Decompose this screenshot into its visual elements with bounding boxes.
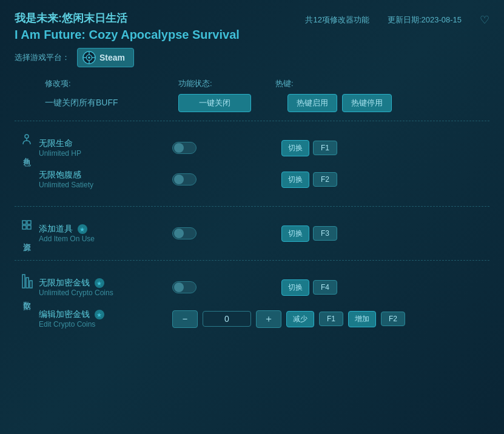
mod-name-group-item: 添加道具 ★ Add Item On Use (39, 224, 172, 243)
divider-1 (15, 121, 489, 121)
svg-rect-12 (27, 225, 31, 229)
mod-row-unlimited-satiety: 无限饱腹感 Unlimited Satiety 切换 F2 (39, 164, 489, 195)
mod-name-cn-satiety: 无限饱腹感 (39, 170, 172, 181)
hotkey-disable-button[interactable]: 热键停用 (342, 94, 392, 112)
star-badge-crypto: ★ (95, 278, 104, 288)
svg-point-7 (25, 135, 29, 138)
col-hotkey: 热键: (275, 78, 397, 89)
section-resources: 资源 添加道具 ★ Add Item On Use 切换 F3 (15, 213, 489, 254)
section-data: 数据 无限加密金钱 ★ Unlimited Crypto Coins 切换 F4 (15, 267, 489, 339)
edit-row-crypto: 编辑加密金钱 ★ Edit Crypto Coins － ＋ 减少 F1 增加 … (39, 303, 489, 335)
toggle-area-crypto (172, 281, 245, 293)
resources-mods: 添加道具 ★ Add Item On Use 切换 F3 (39, 213, 489, 254)
steam-logo-icon (82, 51, 96, 64)
svg-rect-10 (27, 221, 31, 224)
toggle-item[interactable] (172, 227, 197, 239)
mod-row-unlimited-crypto: 无限加密金钱 ★ Unlimited Crypto Coins 切换 F4 (39, 272, 489, 303)
decrease-btn-crypto[interactable]: － (172, 310, 198, 328)
toggle-area-satiety (172, 173, 245, 185)
hk-toggle-btn-crypto[interactable]: 切换 (281, 279, 309, 296)
decrease-hotkey-label[interactable]: 减少 (286, 311, 314, 327)
star-badge-edit-crypto: ★ (95, 310, 104, 319)
sidebar-resources: 资源 (15, 213, 39, 254)
svg-rect-14 (26, 278, 29, 288)
hk-toggle-btn-satiety[interactable]: 切换 (281, 172, 309, 188)
mod-name-en-satiety: Unlimited Satiety (39, 181, 172, 189)
mod-name-cn-crypto: 无限加密金钱 ★ (39, 278, 172, 289)
hk-key-hp[interactable]: F1 (313, 141, 337, 155)
all-buff-button[interactable]: 一键关闭 (178, 94, 251, 112)
hotkey-area-hp: 切换 F1 (281, 140, 337, 156)
hk-key-crypto[interactable]: F4 (313, 280, 337, 295)
col-mod: 修改项: (45, 78, 178, 89)
increase-hotkey-key[interactable]: F2 (381, 312, 405, 326)
col-status: 功能状态: (178, 78, 275, 89)
steam-button[interactable]: Steam (77, 48, 134, 67)
title-en: I Am Future: Cozy Apocalypse Survival (15, 28, 240, 42)
mod-name-en-hp: Unlimited HP (39, 149, 172, 158)
sidebar-label-data: 数据 (21, 295, 32, 298)
column-headers: 修改项: 功能状态: 热键: (15, 78, 489, 89)
mod-name-cn-item: 添加道具 ★ (39, 224, 172, 235)
data-mods: 无限加密金钱 ★ Unlimited Crypto Coins 切换 F4 (39, 267, 489, 339)
hk-key-satiety[interactable]: F2 (313, 172, 337, 187)
edit-name-cn-crypto: 编辑加密金钱 ★ (39, 309, 172, 320)
divider-3 (15, 260, 489, 261)
platform-label: 选择游戏平台： (15, 52, 70, 63)
hk-toggle-btn-hp[interactable]: 切换 (281, 140, 309, 156)
hk-key-item[interactable]: F3 (313, 226, 337, 241)
hotkey-area-item: 切换 F3 (281, 225, 337, 242)
app-container: 我是未来:悠闲末日生活 I Am Future: Cozy Apocalypse… (0, 0, 504, 434)
mod-name-group-hp: 无限生命 Unlimited HP (39, 138, 172, 158)
star-badge-item: ★ (78, 224, 87, 234)
heart-icon[interactable]: ♡ (480, 13, 489, 27)
sidebar-data: 数据 (15, 267, 39, 339)
mod-name-group-satiety: 无限饱腹感 Unlimited Satiety (39, 170, 172, 189)
title-cn: 我是未来:悠闲末日生活 (15, 11, 240, 25)
update-date: 更新日期:2023-08-15 (388, 15, 462, 25)
hotkey-area-crypto: 切换 F4 (281, 279, 337, 296)
svg-rect-13 (22, 275, 25, 288)
mod-row-add-item: 添加道具 ★ Add Item On Use 切换 F3 (39, 218, 489, 249)
value-input-crypto[interactable] (203, 311, 251, 327)
header-right: 共12项修改器功能 更新日期:2023-08-15 ♡ (305, 11, 489, 27)
increase-btn-crypto[interactable]: ＋ (256, 310, 281, 328)
svg-rect-9 (22, 221, 26, 224)
svg-rect-15 (30, 281, 32, 288)
toggle-crypto[interactable] (172, 281, 197, 293)
hotkey-enable-button[interactable]: 热键启用 (287, 94, 337, 112)
steam-label: Steam (99, 53, 125, 62)
platform-row: 选择游戏平台： Steam (15, 48, 489, 67)
edit-name-group-crypto: 编辑加密金钱 ★ Edit Crypto Coins (39, 309, 172, 329)
mod-name-en-crypto: Unlimited Crypto Coins (39, 289, 172, 297)
section-character: 角色 无限生命 Unlimited HP 切换 F1 无限饱腹 (15, 127, 489, 200)
hk-toggle-btn-item[interactable]: 切换 (281, 225, 309, 242)
all-buff-row: 一键关闭所有BUFF 一键关闭 热键启用 热键停用 (15, 94, 489, 112)
toggle-area-item (172, 227, 245, 239)
toggle-hp[interactable] (172, 142, 197, 154)
increase-hotkey-label[interactable]: 增加 (348, 311, 376, 327)
hotkey-area-satiety: 切换 F2 (281, 172, 337, 188)
svg-point-2 (88, 56, 90, 59)
toggle-area-hp (172, 142, 245, 154)
divider-2 (15, 206, 489, 207)
sidebar-label-resources: 资源 (21, 236, 32, 239)
edit-controls-crypto: － ＋ 减少 F1 增加 F2 (172, 310, 405, 328)
all-buff-hotkey-group: 热键启用 热键停用 (287, 94, 392, 112)
edit-name-en-crypto: Edit Crypto Coins (39, 320, 172, 329)
all-buff-label: 一键关闭所有BUFF (45, 98, 178, 109)
data-icon (21, 273, 33, 293)
character-icon (21, 133, 33, 149)
mod-name-en-item: Add Item On Use (39, 235, 172, 243)
decrease-hotkey-key[interactable]: F1 (319, 312, 343, 326)
mod-count: 共12项修改器功能 (305, 15, 369, 25)
header: 我是未来:悠闲末日生活 I Am Future: Cozy Apocalypse… (15, 11, 489, 42)
mod-name-group-crypto: 无限加密金钱 ★ Unlimited Crypto Coins (39, 278, 172, 297)
sidebar-character: 角色 (15, 127, 39, 200)
mod-row-unlimited-hp: 无限生命 Unlimited HP 切换 F1 (39, 132, 489, 164)
toggle-satiety[interactable] (172, 173, 197, 185)
mod-name-cn-hp: 无限生命 (39, 138, 172, 149)
sidebar-label-character: 角色 (21, 151, 32, 153)
header-left: 我是未来:悠闲末日生活 I Am Future: Cozy Apocalypse… (15, 11, 240, 42)
svg-rect-11 (22, 225, 26, 229)
